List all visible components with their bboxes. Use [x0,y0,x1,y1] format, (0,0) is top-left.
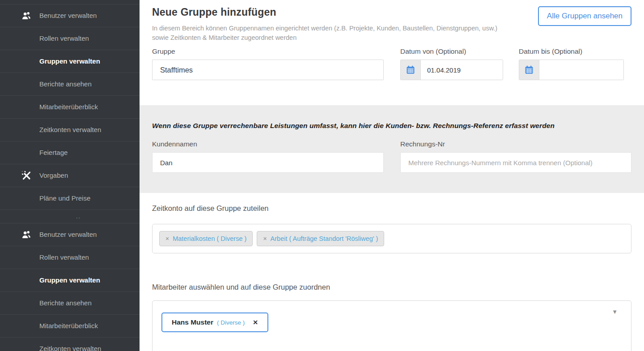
sidebar-item-label: Berichte ansehen [39,299,92,307]
sidebar-item[interactable]: Mitarbeiterüberblick [0,315,140,338]
sidebar-item[interactable]: Benutzer verwalten [0,223,140,246]
datum-von-input-group [400,60,503,80]
datum-bis-input-group [519,60,624,80]
rechnungs-nr-label: Rechnungs-Nr [400,140,631,148]
sidebar-item-label: Gruppen verwalten [39,57,100,65]
sidebar-top-divider [0,0,140,4]
sidebar-item-label: .. [76,213,81,220]
remove-tag-icon[interactable]: × [165,235,169,242]
sidebar-item-label: Pläne und Preise [39,194,90,202]
datum-von-input[interactable] [421,60,503,80]
page-subtitle: In diesem Bereich können Gruppennamen ei… [152,24,514,43]
sidebar-item[interactable]: Mitarbeiterüberblick [0,96,140,119]
sidebar-item-label: Zeitkonten verwalten [39,345,101,351]
sidebar-item[interactable]: Gruppen verwalten [0,269,140,292]
billing-fields-row: Kundennamen Rechnungs-Nr [152,140,631,173]
datum-von-field: Datum von (Optional) [400,47,503,80]
page-header: Neue Gruppe hinzufügen In diesem Bereich… [152,6,631,43]
sidebar-item[interactable]: Rollen verwalten [0,246,140,269]
remove-tag-icon[interactable]: × [263,235,267,242]
kundennamen-input[interactable] [152,152,384,173]
mitarbeiter-tags: Hans Muster( Diverse )✕ [161,318,268,326]
datum-bis-field: Datum bis (Optional) [519,47,624,80]
rechnungs-nr-input[interactable] [400,152,631,173]
mitarbeiter-select[interactable]: ▼ Hans Muster( Diverse )✕ [152,300,631,351]
sidebar-item[interactable]: Vorgaben [0,164,140,187]
main-content: Neue Gruppe hinzufügen In diesem Bereich… [140,0,644,351]
app-window: Benutzer verwaltenRollen verwaltenGruppe… [0,0,644,351]
users-icon [21,230,31,240]
zeitkonto-tag-label: Arbeit ( Aufträge Standort 'Rösliweg' ) [271,235,378,242]
datum-bis-input[interactable] [539,60,623,80]
billing-note: Wenn diese Gruppe verrechenbare Leistung… [152,122,631,130]
remove-tag-icon[interactable]: ✕ [253,319,258,326]
sidebar-item[interactable]: Berichte ansehen [0,73,140,96]
sidebar-item-label: Mitarbeiterüberblick [39,103,98,111]
zeitkonto-select[interactable]: ×Materialkosten ( Diverse )×Arbeit ( Auf… [152,224,631,253]
gruppe-input[interactable] [152,60,384,80]
page-title: Neue Gruppe hinzufügen [152,6,514,18]
mitarbeiter-tag-detail: ( Diverse ) [217,319,245,326]
sidebar-item-label: Gruppen verwalten [39,276,100,284]
gruppe-field: Gruppe [152,47,384,80]
sidebar-item[interactable]: Pläne und Preise [0,187,140,210]
sidebar-item-label: Benutzer verwalten [39,231,97,238]
title-block: Neue Gruppe hinzufügen In diesem Bereich… [152,6,514,43]
users-icon [21,11,31,21]
datum-bis-label: Datum bis (Optional) [519,47,624,56]
calendar-icon[interactable] [519,60,539,80]
zeitkonto-section-label: Zeitkonto auf diese Gruppe zuteilen [152,204,631,213]
sidebar-item-label: Vorgaben [39,171,68,179]
mitarbeiter-section-label: Mitarbeiter auswählen und auf diese Grup… [152,283,631,291]
kundennamen-label: Kundennamen [152,140,384,148]
sidebar-item-label: Berichte ansehen [39,80,92,88]
gruppe-label: Gruppe [152,47,384,56]
tools-icon [21,171,31,180]
sidebar-item[interactable]: Berichte ansehen [0,292,140,315]
sidebar-item-label: Rollen verwalten [39,34,89,42]
sidebar-menu: Benutzer verwaltenRollen verwaltenGruppe… [0,4,140,351]
sidebar-item: .. [0,210,140,223]
datum-von-label: Datum von (Optional) [400,47,503,56]
chevron-down-icon[interactable]: ▼ [612,308,618,315]
sidebar-item[interactable]: Gruppen verwalten [0,50,140,73]
mitarbeiter-tag[interactable]: Hans Muster( Diverse )✕ [161,312,268,332]
mitarbeiter-tag-name: Hans Muster [172,318,213,326]
calendar-icon[interactable] [401,60,421,80]
sidebar-item[interactable]: Benutzer verwalten [0,4,140,27]
sidebar-item-label: Rollen verwalten [39,253,89,261]
sidebar-item-label: Zeitkonten verwalten [39,126,101,133]
sidebar: Benutzer verwaltenRollen verwaltenGruppe… [0,0,140,351]
sidebar-item[interactable]: Zeitkonten verwalten [0,338,140,351]
sidebar-item[interactable]: Rollen verwalten [0,27,140,50]
view-all-groups-button[interactable]: Alle Gruppen ansehen [538,6,631,26]
zeitkonto-tag[interactable]: ×Arbeit ( Aufträge Standort 'Rösliweg' ) [257,231,384,246]
rechnungs-nr-field: Rechnungs-Nr [400,140,631,173]
sidebar-item[interactable]: Feiertage [0,141,140,164]
sidebar-item-label: Mitarbeiterüberblick [39,322,98,330]
sidebar-item[interactable]: Zeitkonten verwalten [0,119,140,141]
sidebar-item-label: Feiertage [39,149,68,156]
zeitkonto-tag-label: Materialkosten ( Diverse ) [173,235,246,242]
kundennamen-field: Kundennamen [152,140,384,173]
billing-section: Wenn diese Gruppe verrechenbare Leistung… [140,105,644,193]
sidebar-item-label: Benutzer verwalten [39,12,97,19]
group-fields-row: Gruppe Datum von (Optional) [152,47,631,80]
zeitkonto-tag[interactable]: ×Materialkosten ( Diverse ) [159,231,253,246]
